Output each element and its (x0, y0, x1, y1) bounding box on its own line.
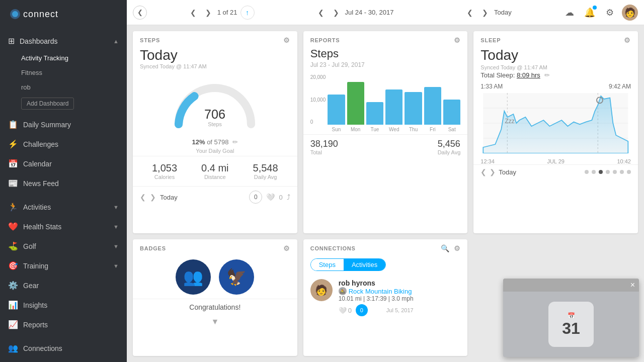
steps-widget-header: STEPS ⚙ (133, 31, 297, 47)
activity-name[interactable]: Rock Mountain Biking (349, 288, 412, 295)
connections-tab-activities[interactable]: Activities (344, 259, 385, 270)
badges-section-label: BADGES (140, 245, 166, 251)
topbar-today-section: ❮ ❯ Today (421, 8, 554, 18)
topbar-pagination-text: 1 of 21 (217, 9, 237, 16)
steps-settings-icon[interactable]: ⚙ (283, 36, 290, 44)
sleep-title: Today (473, 47, 638, 64)
sleep-total-label: Total Sleep: (480, 71, 515, 79)
sidebar-item-connections[interactable]: 👥 Connections (0, 338, 127, 358)
user-avatar[interactable]: 🧑 (622, 5, 638, 21)
sidebar-item-health-stats[interactable]: ❤️ Health Stats ▼ (0, 217, 127, 236)
badges-settings-icon[interactable]: ⚙ (283, 244, 290, 252)
topbar-today-label: Today (494, 9, 512, 16)
training-icon: 🎯 (8, 261, 17, 270)
activities-chevron: ▼ (113, 204, 119, 210)
popup-close-button[interactable]: × (630, 281, 635, 290)
sleep-dot-6 (620, 170, 624, 174)
golf-chevron: ▼ (113, 243, 119, 249)
connections-label: Connections (23, 344, 62, 352)
bar-chart-bars (328, 74, 460, 125)
connections-tab-steps[interactable]: Steps (311, 259, 344, 270)
dashboard-sub-items: Activity Tracking Fitness rob Add Dashbo… (0, 51, 127, 115)
badge-1-icon: 👥 (183, 267, 203, 287)
steps-prev-button[interactable]: ❮ (140, 193, 146, 201)
gear-icon: ⚙️ (8, 281, 17, 290)
gear-label: Gear (23, 282, 39, 290)
sidebar-item-rob[interactable]: rob (0, 80, 127, 95)
sidebar-item-activities[interactable]: 🏃 Activities ▼ (0, 197, 127, 217)
topbar-today-prev[interactable]: ❮ (464, 8, 476, 18)
sleep-sync-text: Synced Today @ 11:47 AM (473, 64, 638, 71)
activity-type-icon: 🚵 (339, 287, 347, 295)
upload-icon: ☁ (565, 7, 574, 18)
sleep-dot-4 (606, 170, 610, 174)
popup-calendar-day: 31 (562, 320, 580, 336)
sidebar-item-gear[interactable]: ⚙️ Gear (0, 276, 127, 295)
dashboards-section[interactable]: ⊞ Dashboards ▲ (0, 31, 127, 51)
challenges-label: Challenges (23, 140, 58, 148)
steps-next-button[interactable]: ❯ (150, 193, 156, 201)
daily-summary-label: Daily Summary (23, 121, 71, 129)
connections-search-icon[interactable]: 🔍 (441, 244, 450, 252)
svg-text:connect: connect (23, 9, 58, 19)
sidebar-item-news-feed[interactable]: 📰 News Feed (0, 173, 127, 193)
sidebar-item-insights[interactable]: 📊 Insights (0, 295, 127, 315)
bar-label-tue: Tue (366, 127, 383, 132)
upload-button[interactable]: ☁ (561, 5, 578, 21)
steps-edit-icon[interactable]: ✏ (232, 138, 238, 146)
reports-settings-icon[interactable]: ⚙ (454, 36, 461, 44)
sidebar-item-fitness[interactable]: Fitness (0, 65, 127, 80)
sleep-total-value[interactable]: 8:09 hrs (517, 71, 540, 79)
y-label-10k: 10,000 (310, 97, 326, 103)
badges-expand-button[interactable]: ▼ (133, 315, 297, 330)
steps-footer: ❮ ❯ Today 0 🤍 0 ⤴ (133, 186, 297, 208)
sleep-widget: SLEEP ⚙ Today Synced Today @ 11:47 AM To… (473, 31, 638, 233)
sidebar-item-reports[interactable]: 📈 Reports (0, 315, 127, 334)
sidebar-item-golf[interactable]: ⛳ Golf ▼ (0, 236, 127, 256)
steps-comment-button[interactable]: 0 (249, 191, 262, 204)
steps-share-icon[interactable]: ⤴ (287, 193, 290, 201)
steps-stat-daily-avg: 5,548 Daily Avg (253, 162, 278, 180)
collapse-sidebar-button[interactable]: ❮ (133, 6, 147, 20)
health-stats-icon: ❤️ (8, 222, 17, 231)
settings-button[interactable]: ⚙ (602, 5, 618, 21)
dashboards-icon: ⊞ (8, 36, 15, 46)
topbar-prev-button[interactable]: ❮ (187, 8, 199, 18)
steps-gauge: 706 Steps (133, 73, 297, 136)
chart-total-label: Total (310, 149, 338, 155)
steps-goal-of: of (207, 138, 214, 146)
topbar-date-prev[interactable]: ❮ (315, 8, 327, 18)
connection-activity: 🚵 Rock Mountain Biking (339, 287, 414, 295)
topbar-date-next[interactable]: ❯ (330, 8, 342, 18)
sidebar-item-groups[interactable]: 👤 Groups (0, 358, 127, 362)
notifications-button[interactable]: 🔔 (582, 5, 598, 21)
sidebar-item-daily-summary[interactable]: 📋 Daily Summary (0, 115, 127, 134)
connections-settings-icon[interactable]: ⚙ (454, 244, 461, 252)
daily-summary-icon: 📋 (8, 120, 17, 129)
sleep-settings-icon[interactable]: ⚙ (624, 36, 631, 44)
connection-like[interactable]: 🤍 0 (339, 307, 352, 314)
sidebar-item-challenges[interactable]: ⚡ Challenges (0, 134, 127, 154)
sidebar-item-activity-tracking[interactable]: Activity Tracking (0, 51, 127, 65)
calendar-icon: 📅 (8, 159, 17, 168)
sleep-pagination-dots (585, 170, 631, 174)
topbar-next-button[interactable]: ❯ (202, 8, 214, 18)
sidebar-item-training[interactable]: 🎯 Training ▼ (0, 256, 127, 276)
sleep-edit-icon[interactable]: ✏ (544, 71, 550, 79)
topbar-pagination-section: ❮ ❯ 1 of 21 ↑ (154, 6, 287, 20)
add-dashboard-button[interactable]: Add Dashboard (21, 98, 74, 110)
sleep-prev-button[interactable]: ❮ (480, 168, 487, 176)
steps-goal-value: 5798 (214, 138, 229, 146)
sleep-next-button[interactable]: ❯ (490, 168, 496, 176)
topbar-today-next[interactable]: ❯ (479, 8, 491, 18)
topbar-sync-icon[interactable]: ↑ (240, 6, 255, 20)
connection-comment-button[interactable]: 0 (356, 304, 368, 316)
topbar: ❮ ❮ ❯ 1 of 21 ↑ ❮ ❯ Jul 24 - 30, 2017 ❮ … (127, 0, 644, 25)
steps-section-label: STEPS (140, 37, 160, 43)
insights-icon: 📊 (8, 300, 17, 310)
steps-title: Today (133, 47, 297, 63)
reports-title: Steps (303, 47, 468, 61)
sidebar-item-calendar[interactable]: 📅 Calendar (0, 154, 127, 173)
bar-label-mon: Mon (347, 127, 364, 132)
steps-like-heart[interactable]: 🤍 (266, 193, 275, 201)
